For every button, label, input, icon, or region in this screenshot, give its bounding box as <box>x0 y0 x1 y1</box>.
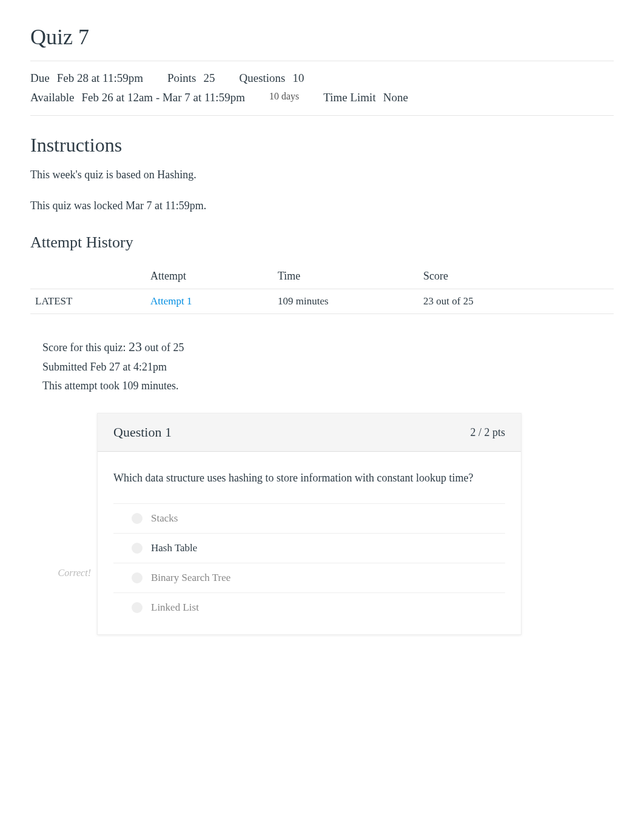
answer-option: Hash Table <box>113 533 505 563</box>
question-body: Which data structure uses hashing to sto… <box>98 452 521 634</box>
meta-questions: Questions 10 <box>240 69 304 88</box>
meta-available-label: Available <box>30 88 74 107</box>
question-sidebar: Correct! <box>30 413 97 635</box>
question-wrapper: Correct! Question 1 2 / 2 pts Which data… <box>30 413 614 635</box>
attempt-time: 109 minutes <box>273 289 418 314</box>
question-points: 2 / 2 pts <box>470 426 505 439</box>
answer-option: Linked List <box>113 592 505 622</box>
meta-questions-value: 10 <box>293 69 304 88</box>
question-text: Which data structure uses hashing to sto… <box>113 470 505 486</box>
quiz-meta: Due Feb 28 at 11:59pm Points 25 Question… <box>30 61 614 116</box>
answer-text: Binary Search Tree <box>151 572 230 584</box>
meta-timelimit: Time Limit None <box>323 88 408 107</box>
correct-label: Correct! <box>30 568 97 578</box>
question-header: Question 1 2 / 2 pts <box>98 414 521 452</box>
meta-points-value: 25 <box>204 69 215 88</box>
quiz-title: Quiz 7 <box>30 24 614 50</box>
table-header-status <box>30 264 146 289</box>
answer-text: Hash Table <box>151 542 197 554</box>
score-suffix: out of 25 <box>144 341 184 354</box>
question-title: Question 1 <box>113 424 172 440</box>
instructions-text: This week's quiz is based on Hashing. <box>30 169 614 181</box>
meta-timelimit-value: None <box>383 88 408 107</box>
radio-icon <box>132 602 143 613</box>
meta-available: Available Feb 26 at 12am - Mar 7 at 11:5… <box>30 88 245 107</box>
attempt-history-table: Attempt Time Score LATEST Attempt 1 109 … <box>30 264 614 314</box>
attempt-score: 23 out of 25 <box>418 289 614 314</box>
meta-due: Due Feb 28 at 11:59pm <box>30 69 143 88</box>
answer-option: Binary Search Tree <box>113 563 505 592</box>
radio-icon <box>132 572 143 583</box>
instructions-heading: Instructions <box>30 134 614 156</box>
score-label: Score for this quiz: <box>42 341 126 354</box>
duration-line: This attempt took 109 minutes. <box>42 377 614 395</box>
meta-available-days: 10 days <box>269 88 299 107</box>
table-row: LATEST Attempt 1 109 minutes 23 out of 2… <box>30 289 614 314</box>
score-summary: Score for this quiz: 23 out of 25 Submit… <box>42 335 614 395</box>
answer-text: Linked List <box>151 602 199 614</box>
attempt-history-heading: Attempt History <box>30 233 614 252</box>
meta-points-label: Points <box>167 69 196 88</box>
attempt-link[interactable]: Attempt 1 <box>150 295 192 307</box>
answer-text: Stacks <box>151 512 178 525</box>
submitted-line: Submitted Feb 27 at 4:21pm <box>42 358 614 377</box>
table-header-time: Time <box>273 264 418 289</box>
radio-icon <box>132 543 143 554</box>
score-value: 23 <box>129 339 142 354</box>
meta-timelimit-label: Time Limit <box>323 88 375 107</box>
meta-points: Points 25 <box>167 69 215 88</box>
attempt-status: LATEST <box>30 289 146 314</box>
meta-questions-label: Questions <box>240 69 286 88</box>
meta-due-label: Due <box>30 69 50 88</box>
locked-text: This quiz was locked Mar 7 at 11:59pm. <box>30 200 614 212</box>
table-header-score: Score <box>418 264 614 289</box>
question-box: Question 1 2 / 2 pts Which data structur… <box>97 413 522 635</box>
meta-available-value: Feb 26 at 12am - Mar 7 at 11:59pm <box>81 88 244 107</box>
answer-option: Stacks <box>113 503 505 533</box>
table-header-attempt: Attempt <box>146 264 273 289</box>
meta-available-sub: 10 days <box>269 88 299 107</box>
radio-icon <box>132 513 143 524</box>
meta-due-value: Feb 28 at 11:59pm <box>57 69 143 88</box>
